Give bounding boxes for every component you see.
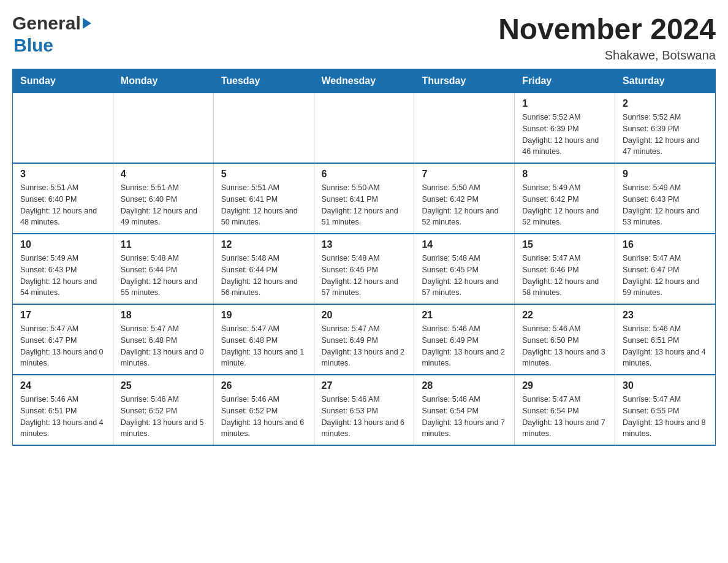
calendar-cell-w3-d3: 12Sunrise: 5:48 AM Sunset: 6:44 PM Dayli…: [213, 234, 314, 304]
day-info: Sunrise: 5:52 AM Sunset: 6:39 PM Dayligh…: [623, 112, 708, 158]
main-title: November 2024: [498, 12, 716, 46]
day-info: Sunrise: 5:49 AM Sunset: 6:42 PM Dayligh…: [522, 182, 607, 228]
day-info: Sunrise: 5:46 AM Sunset: 6:52 PM Dayligh…: [121, 394, 206, 440]
calendar-cell-w2-d1: 3Sunrise: 5:51 AM Sunset: 6:40 PM Daylig…: [13, 163, 113, 234]
day-number: 26: [221, 380, 306, 391]
day-number: 7: [422, 169, 507, 180]
logo-blue-text: Blue: [13, 34, 93, 56]
day-number: 14: [422, 239, 507, 250]
header-thursday: Thursday: [414, 69, 515, 93]
header-tuesday: Tuesday: [213, 69, 314, 93]
calendar-cell-w3-d1: 10Sunrise: 5:49 AM Sunset: 6:43 PM Dayli…: [13, 234, 113, 304]
calendar-cell-w4-d2: 18Sunrise: 5:47 AM Sunset: 6:48 PM Dayli…: [113, 304, 213, 375]
calendar-week-4: 17Sunrise: 5:47 AM Sunset: 6:47 PM Dayli…: [13, 304, 716, 375]
calendar-cell-w2-d7: 9Sunrise: 5:49 AM Sunset: 6:43 PM Daylig…: [615, 163, 716, 234]
calendar-cell-w5-d2: 25Sunrise: 5:46 AM Sunset: 6:52 PM Dayli…: [113, 375, 213, 445]
day-number: 9: [623, 169, 708, 180]
header-monday: Monday: [113, 69, 213, 93]
day-info: Sunrise: 5:48 AM Sunset: 6:45 PM Dayligh…: [422, 253, 507, 299]
day-info: Sunrise: 5:51 AM Sunset: 6:40 PM Dayligh…: [20, 182, 105, 228]
day-info: Sunrise: 5:46 AM Sunset: 6:53 PM Dayligh…: [322, 394, 407, 440]
calendar-cell-w1-d7: 2Sunrise: 5:52 AM Sunset: 6:39 PM Daylig…: [615, 93, 716, 164]
day-info: Sunrise: 5:48 AM Sunset: 6:44 PM Dayligh…: [221, 253, 306, 299]
day-number: 12: [221, 239, 306, 250]
logo-arrow-icon: [83, 18, 91, 29]
day-number: 4: [121, 169, 206, 180]
calendar-cell-w2-d5: 7Sunrise: 5:50 AM Sunset: 6:42 PM Daylig…: [414, 163, 515, 234]
header-friday: Friday: [515, 69, 615, 93]
calendar-cell-w5-d6: 29Sunrise: 5:47 AM Sunset: 6:54 PM Dayli…: [515, 375, 615, 445]
calendar-cell-w2-d3: 5Sunrise: 5:51 AM Sunset: 6:41 PM Daylig…: [213, 163, 314, 234]
day-number: 3: [20, 169, 105, 180]
day-info: Sunrise: 5:50 AM Sunset: 6:42 PM Dayligh…: [422, 182, 507, 228]
day-info: Sunrise: 5:47 AM Sunset: 6:47 PM Dayligh…: [20, 323, 105, 369]
day-number: 21: [422, 310, 507, 321]
day-info: Sunrise: 5:47 AM Sunset: 6:46 PM Dayligh…: [522, 253, 607, 299]
calendar-cell-w5-d7: 30Sunrise: 5:47 AM Sunset: 6:55 PM Dayli…: [615, 375, 716, 445]
day-number: 11: [121, 239, 206, 250]
calendar-cell-w4-d3: 19Sunrise: 5:47 AM Sunset: 6:48 PM Dayli…: [213, 304, 314, 375]
day-info: Sunrise: 5:47 AM Sunset: 6:55 PM Dayligh…: [623, 394, 708, 440]
calendar-cell-w1-d3: [213, 93, 314, 164]
day-info: Sunrise: 5:47 AM Sunset: 6:48 PM Dayligh…: [121, 323, 206, 369]
calendar-cell-w3-d5: 14Sunrise: 5:48 AM Sunset: 6:45 PM Dayli…: [414, 234, 515, 304]
day-info: Sunrise: 5:46 AM Sunset: 6:52 PM Dayligh…: [221, 394, 306, 440]
day-number: 8: [522, 169, 607, 180]
calendar-cell-w4-d6: 22Sunrise: 5:46 AM Sunset: 6:50 PM Dayli…: [515, 304, 615, 375]
day-number: 2: [623, 98, 708, 109]
calendar-cell-w3-d4: 13Sunrise: 5:48 AM Sunset: 6:45 PM Dayli…: [314, 234, 414, 304]
day-info: Sunrise: 5:49 AM Sunset: 6:43 PM Dayligh…: [20, 253, 105, 299]
calendar-cell-w5-d1: 24Sunrise: 5:46 AM Sunset: 6:51 PM Dayli…: [13, 375, 113, 445]
day-number: 17: [20, 310, 105, 321]
day-number: 29: [522, 380, 607, 391]
header-wednesday: Wednesday: [314, 69, 414, 93]
day-info: Sunrise: 5:51 AM Sunset: 6:40 PM Dayligh…: [121, 182, 206, 228]
calendar-cell-w1-d6: 1Sunrise: 5:52 AM Sunset: 6:39 PM Daylig…: [515, 93, 615, 164]
day-number: 20: [322, 310, 407, 321]
day-info: Sunrise: 5:48 AM Sunset: 6:45 PM Dayligh…: [322, 253, 407, 299]
logo-general-text: General: [12, 12, 81, 34]
day-info: Sunrise: 5:47 AM Sunset: 6:48 PM Dayligh…: [221, 323, 306, 369]
day-number: 28: [422, 380, 507, 391]
day-info: Sunrise: 5:47 AM Sunset: 6:47 PM Dayligh…: [623, 253, 708, 299]
title-section: November 2024 Shakawe, Botswana: [498, 12, 716, 63]
calendar-cell-w5-d5: 28Sunrise: 5:46 AM Sunset: 6:54 PM Dayli…: [414, 375, 515, 445]
day-info: Sunrise: 5:46 AM Sunset: 6:50 PM Dayligh…: [522, 323, 607, 369]
calendar-header-row: Sunday Monday Tuesday Wednesday Thursday…: [13, 69, 716, 93]
day-number: 18: [121, 310, 206, 321]
day-info: Sunrise: 5:51 AM Sunset: 6:41 PM Dayligh…: [221, 182, 306, 228]
day-number: 13: [322, 239, 407, 250]
calendar-cell-w2-d4: 6Sunrise: 5:50 AM Sunset: 6:41 PM Daylig…: [314, 163, 414, 234]
day-info: Sunrise: 5:48 AM Sunset: 6:44 PM Dayligh…: [121, 253, 206, 299]
logo: General Blue: [12, 12, 93, 56]
calendar-cell-w1-d1: [13, 93, 113, 164]
day-info: Sunrise: 5:47 AM Sunset: 6:49 PM Dayligh…: [322, 323, 407, 369]
day-number: 30: [623, 380, 708, 391]
header-sunday: Sunday: [13, 69, 113, 93]
day-number: 1: [522, 98, 607, 109]
calendar-week-3: 10Sunrise: 5:49 AM Sunset: 6:43 PM Dayli…: [13, 234, 716, 304]
day-number: 22: [522, 310, 607, 321]
calendar-cell-w1-d5: [414, 93, 515, 164]
calendar-cell-w4-d1: 17Sunrise: 5:47 AM Sunset: 6:47 PM Dayli…: [13, 304, 113, 375]
calendar-cell-w3-d7: 16Sunrise: 5:47 AM Sunset: 6:47 PM Dayli…: [615, 234, 716, 304]
calendar-week-1: 1Sunrise: 5:52 AM Sunset: 6:39 PM Daylig…: [13, 93, 716, 164]
calendar-cell-w4-d5: 21Sunrise: 5:46 AM Sunset: 6:49 PM Dayli…: [414, 304, 515, 375]
day-info: Sunrise: 5:52 AM Sunset: 6:39 PM Dayligh…: [522, 112, 607, 158]
day-info: Sunrise: 5:46 AM Sunset: 6:51 PM Dayligh…: [623, 323, 708, 369]
day-number: 10: [20, 239, 105, 250]
calendar-cell-w2-d2: 4Sunrise: 5:51 AM Sunset: 6:40 PM Daylig…: [113, 163, 213, 234]
subtitle: Shakawe, Botswana: [498, 48, 716, 63]
calendar-week-5: 24Sunrise: 5:46 AM Sunset: 6:51 PM Dayli…: [13, 375, 716, 445]
calendar-table: Sunday Monday Tuesday Wednesday Thursday…: [12, 69, 716, 446]
day-info: Sunrise: 5:46 AM Sunset: 6:49 PM Dayligh…: [422, 323, 507, 369]
page-header: General Blue November 2024 Shakawe, Bots…: [12, 12, 716, 63]
calendar-cell-w3-d2: 11Sunrise: 5:48 AM Sunset: 6:44 PM Dayli…: [113, 234, 213, 304]
calendar-cell-w1-d4: [314, 93, 414, 164]
calendar-cell-w3-d6: 15Sunrise: 5:47 AM Sunset: 6:46 PM Dayli…: [515, 234, 615, 304]
day-number: 19: [221, 310, 306, 321]
calendar-cell-w2-d6: 8Sunrise: 5:49 AM Sunset: 6:42 PM Daylig…: [515, 163, 615, 234]
day-info: Sunrise: 5:50 AM Sunset: 6:41 PM Dayligh…: [322, 182, 407, 228]
calendar-cell-w5-d4: 27Sunrise: 5:46 AM Sunset: 6:53 PM Dayli…: [314, 375, 414, 445]
calendar-cell-w4-d4: 20Sunrise: 5:47 AM Sunset: 6:49 PM Dayli…: [314, 304, 414, 375]
